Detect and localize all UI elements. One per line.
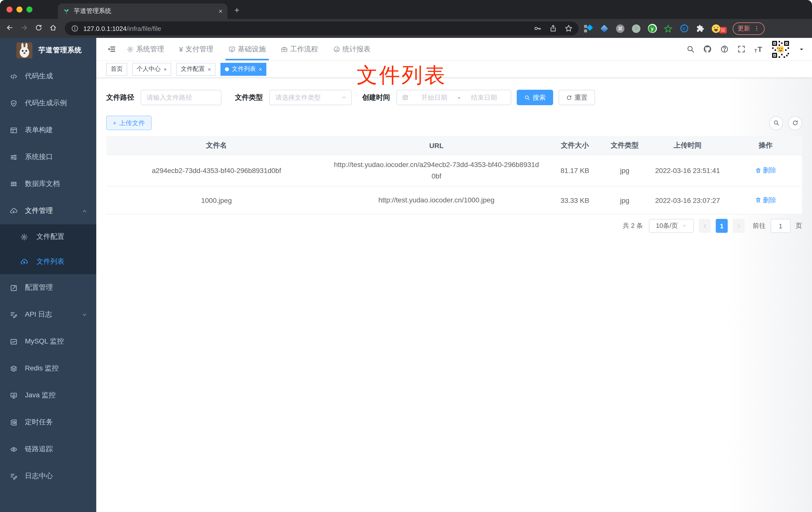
- file-type-select[interactable]: 请选择文件类型: [269, 90, 352, 105]
- tag-item[interactable]: 个人中心 ×: [132, 63, 171, 76]
- sidebar-logo: 芋道管理系统: [0, 38, 96, 63]
- extension-icon[interactable]: ⌘: [615, 24, 625, 33]
- browser-update-button[interactable]: 更新: [733, 22, 764, 35]
- top-nav-item[interactable]: 系统管理: [127, 38, 164, 60]
- header-action-icon[interactable]: [703, 45, 712, 53]
- new-tab-button[interactable]: +: [234, 5, 239, 16]
- sidebar-collapse-icon[interactable]: [107, 45, 116, 53]
- browser-chrome: 芋道管理系统 × + 127.0.0.1:1024/infra/file/fil…: [0, 0, 812, 38]
- top-nav-item[interactable]: 统计报表: [333, 38, 371, 60]
- file-path-input[interactable]: [141, 90, 222, 105]
- extension-icon[interactable]: [584, 24, 593, 33]
- column-header-size: 文件大小: [546, 136, 604, 155]
- sidebar-menu-item[interactable]: 文件列表: [0, 249, 96, 274]
- delete-button[interactable]: 删除: [755, 166, 776, 175]
- sidebar-menu-item[interactable]: 日志中心: [0, 463, 96, 489]
- logo-rabbit-icon: [17, 42, 32, 58]
- sidebar-menu-item[interactable]: 定时任务: [0, 409, 96, 436]
- site-info-icon[interactable]: [71, 24, 79, 32]
- next-page-button[interactable]: [733, 219, 745, 233]
- sidebar-menu-item[interactable]: 表单构建: [0, 117, 96, 144]
- sidebar-menu-item[interactable]: 代码生成: [0, 63, 96, 90]
- sidebar-menu-item[interactable]: API 日志: [0, 301, 96, 328]
- browser-nav-icon[interactable]: [21, 24, 28, 31]
- tag-label: 首页: [111, 65, 123, 73]
- calendar-icon: [402, 94, 408, 101]
- sidebar-menu-item[interactable]: Java 监控: [0, 382, 96, 409]
- extension-icon[interactable]: [695, 24, 705, 33]
- url-action-icon[interactable]: [549, 24, 557, 32]
- url-action-icon[interactable]: [564, 24, 573, 32]
- minimize-window-button[interactable]: [17, 6, 23, 12]
- header-action-icon[interactable]: [721, 45, 729, 53]
- browser-menu-icon[interactable]: [754, 25, 760, 31]
- sidebar-menu-item[interactable]: 文件管理: [0, 198, 96, 224]
- tag-close-icon[interactable]: ×: [164, 66, 167, 72]
- end-date-placeholder: 结束日期: [462, 93, 506, 102]
- trash-icon: [755, 197, 761, 203]
- search-button[interactable]: 搜索: [517, 90, 553, 105]
- top-nav-icon: [127, 46, 134, 53]
- extension-icon[interactable]: [711, 24, 721, 33]
- extension-row: ⌘y 11: [584, 24, 727, 33]
- browser-nav-icon[interactable]: [6, 24, 13, 31]
- sidebar-item-label: 数据库文档: [25, 179, 87, 188]
- refresh-table-button[interactable]: [788, 116, 802, 130]
- top-nav-item[interactable]: 工作流程: [281, 38, 318, 60]
- extension-icon[interactable]: y: [647, 24, 657, 33]
- user-avatar[interactable]: [771, 39, 790, 59]
- upload-file-button[interactable]: + 上传文件: [106, 116, 151, 130]
- url-action-icon[interactable]: [534, 24, 542, 32]
- sidebar-menu-item[interactable]: 文件配置: [0, 224, 96, 249]
- tag-close-icon[interactable]: ×: [208, 66, 211, 72]
- browser-tab[interactable]: 芋道管理系统 ×: [58, 3, 227, 19]
- extension-icon[interactable]: [679, 24, 689, 33]
- sidebar-menu-item[interactable]: 系统接口: [0, 144, 96, 171]
- cell-upload-time: 2022-03-16 23:07:27: [646, 186, 729, 214]
- sidebar-menu-item[interactable]: Redis 监控: [0, 355, 96, 382]
- cell-file-size: 81.17 KB: [546, 155, 604, 186]
- browser-nav-icon[interactable]: [49, 24, 57, 31]
- top-nav-item[interactable]: ¥ 支付管理: [179, 38, 213, 60]
- browser-toolbar: 127.0.0.1:1024/infra/file/file ⌘y 11 更新: [0, 19, 812, 38]
- show-search-button[interactable]: [769, 116, 783, 130]
- tag-item[interactable]: 文件列表 ×: [221, 63, 267, 76]
- top-nav-item[interactable]: 基础设施: [228, 38, 266, 60]
- header-action-icon[interactable]: [737, 45, 746, 53]
- header-action-icon[interactable]: [687, 45, 695, 53]
- sidebar-menu-item[interactable]: 数据库文档: [0, 171, 96, 198]
- tag-item[interactable]: 文件配置 ×: [176, 63, 215, 76]
- pagination: 共 2 条 10条/页 1 前往 页: [106, 219, 802, 233]
- active-tag-dot: [225, 67, 229, 71]
- sidebar-item-icon: [10, 472, 18, 480]
- browser-nav-icon[interactable]: [35, 24, 42, 31]
- sidebar-item-icon: [10, 180, 18, 188]
- page-size-select[interactable]: 10条/页: [649, 219, 694, 233]
- close-window-button[interactable]: [6, 6, 12, 12]
- url-bar[interactable]: 127.0.0.1:1024/infra/file/file: [65, 22, 579, 35]
- sidebar-item-label: 文件管理: [25, 206, 82, 215]
- sidebar-menu-item[interactable]: 配置管理: [0, 274, 96, 301]
- reset-button[interactable]: 重置: [559, 90, 595, 105]
- sidebar: 芋道管理系统 代码生成 代码生成示例: [0, 38, 96, 512]
- current-page-button[interactable]: 1: [716, 219, 728, 233]
- goto-page-input[interactable]: [771, 219, 790, 233]
- sidebar-menu-item[interactable]: 代码生成示例: [0, 90, 96, 117]
- extension-icon[interactable]: [663, 24, 673, 33]
- delete-button[interactable]: 删除: [755, 196, 776, 205]
- tag-item[interactable]: 首页 ×: [106, 63, 127, 76]
- sidebar-menu-item[interactable]: 链路追踪: [0, 436, 96, 463]
- date-range-picker[interactable]: 开始日期 - 结束日期: [397, 90, 511, 105]
- prev-page-button[interactable]: [699, 219, 711, 233]
- sidebar-item-icon: [10, 338, 18, 345]
- sidebar-menu-item[interactable]: MySQL 监控: [0, 328, 96, 355]
- header-action-icon[interactable]: TT: [754, 45, 762, 53]
- extension-icon[interactable]: [632, 24, 641, 33]
- file-path-label: 文件路径: [106, 93, 134, 102]
- avatar-caret-icon[interactable]: [799, 47, 804, 52]
- maximize-window-button[interactable]: [26, 6, 32, 12]
- tab-close-icon[interactable]: ×: [219, 7, 223, 15]
- top-nav-label: 系统管理: [136, 44, 164, 54]
- extension-icon[interactable]: [600, 24, 609, 33]
- tag-close-icon[interactable]: ×: [259, 66, 262, 72]
